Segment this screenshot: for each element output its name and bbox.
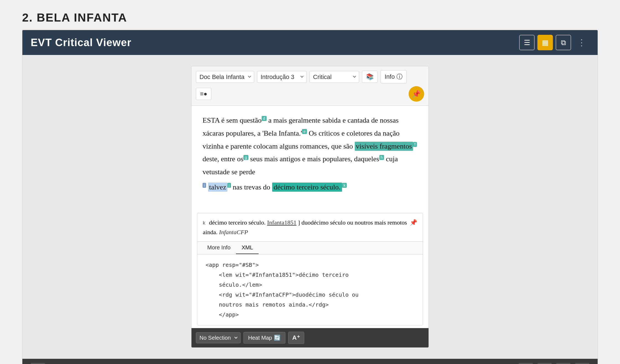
annotation-pin-icon[interactable]: 📌 — [410, 218, 417, 227]
tab-xml[interactable]: XML — [236, 242, 258, 254]
bottom-bar: No Selection Heat Map 🔄 A⁺ — [191, 328, 429, 347]
layers-icon: ≡● — [200, 90, 207, 97]
note-g[interactable]: g — [243, 155, 248, 160]
info-label: Info ⓘ — [385, 73, 403, 81]
note-f[interactable]: f — [413, 142, 417, 147]
note-e[interactable]: e — [302, 129, 307, 134]
note-j[interactable]: j — [227, 183, 231, 188]
library-button[interactable]: 📚 — [362, 71, 378, 83]
heat-map-label: Heat Map — [248, 335, 272, 341]
page-title: 2. BELA INFANTA — [0, 0, 620, 30]
text-start: ESTA é sem questão — [203, 116, 262, 124]
xml-content: <app resp="#SB"> <lem wit="#Infanta1851"… — [206, 260, 414, 320]
info-button[interactable]: Info ⓘ — [380, 70, 407, 83]
text-content: ESTA é sem questãod a mais geralmente sa… — [191, 106, 429, 213]
highlight-fragmentos[interactable]: visíveis fragmentos — [355, 142, 413, 151]
font-size-label: A⁺ — [292, 334, 300, 341]
witness2-link[interactable]: InfantaCFP — [219, 229, 248, 236]
header-bar: EVT Critical Viewer ☰ ▦ ⧉ ⋮ — [22, 30, 598, 55]
grid-toggle-button[interactable]: ⊕ — [31, 363, 45, 364]
split-view-button[interactable]: ⧉ — [556, 35, 571, 50]
nav-last-button[interactable]: ⏭ — [575, 363, 589, 364]
footer-bar: ⊕ 1_cfp ⏮ ◀ ▶ ⏭ — [22, 359, 598, 364]
annotation-header: k décimo terceiro século. Infanta1851 ] … — [197, 213, 423, 242]
tab-more-info[interactable]: More Info — [202, 242, 236, 254]
header-icons: ☰ ▦ ⧉ ⋮ — [519, 35, 589, 50]
annotation-tabs: More Info XML — [197, 242, 423, 254]
annotation-key: k — [203, 220, 205, 226]
intro-select[interactable]: Introdução 3 — [257, 71, 307, 83]
annotation-text1: décimo terceiro século. — [209, 219, 267, 226]
pin-button[interactable]: 📌 — [409, 86, 424, 102]
note-d[interactable]: d — [262, 116, 267, 121]
highlight-decimo[interactable]: décimo terceiro século. — [272, 183, 342, 192]
text-cont6: nas trevas do décimo terceiro século. — [233, 183, 342, 192]
viewer-toolbar: Doc Bela Infanta Introdução 3 Critical 📚… — [191, 66, 429, 106]
viewer-panel: Doc Bela Infanta Introdução 3 Critical 📚… — [191, 66, 429, 348]
layers-button[interactable]: ≡● — [196, 88, 211, 100]
nav-first-button[interactable]: ⏮ — [519, 363, 533, 364]
heat-map-button[interactable]: Heat Map 🔄 — [243, 332, 285, 344]
font-size-button[interactable]: A⁺ — [288, 332, 304, 344]
highlight-talvez[interactable]: talvez — [208, 183, 227, 192]
note-k[interactable]: k — [342, 183, 347, 188]
no-selection-select[interactable]: No Selection — [196, 332, 241, 343]
text-cont3: deste, entre os — [203, 155, 243, 163]
grid-view-button[interactable]: ▦ — [537, 35, 553, 50]
main-content: Doc Bela Infanta Introdução 3 Critical 📚… — [22, 55, 598, 359]
list-view-button[interactable]: ☰ — [519, 35, 535, 50]
annotation-popup: k décimo terceiro século. Infanta1851 ] … — [197, 213, 423, 325]
witness1-link[interactable]: Infanta1851 — [267, 219, 296, 226]
nav-prev-button[interactable]: ◀ — [537, 363, 552, 364]
annotation-content: k décimo terceiro século. Infanta1851 ] … — [203, 218, 410, 237]
view-select[interactable]: Critical — [309, 71, 359, 83]
pin-icon: 📌 — [412, 90, 421, 98]
note-h[interactable]: h — [379, 155, 384, 160]
app-container: EVT Critical Viewer ☰ ▦ ⧉ ⋮ Doc Bela Inf… — [22, 30, 598, 364]
library-icon: 📚 — [366, 73, 374, 80]
more-options-button[interactable]: ⋮ — [574, 35, 589, 50]
text-cont4: seus mais antigos e mais populares, daqu… — [250, 155, 379, 163]
nav-next-button[interactable]: ▶ — [556, 363, 571, 364]
heat-map-icon: 🔄 — [274, 334, 281, 341]
doc-select[interactable]: Doc Bela Infanta — [196, 71, 254, 83]
note-i[interactable]: i — [203, 183, 206, 188]
app-title: EVT Critical Viewer — [31, 37, 132, 49]
xml-code-area[interactable]: <app resp="#SB"> <lem wit="#Infanta1851"… — [197, 254, 423, 325]
